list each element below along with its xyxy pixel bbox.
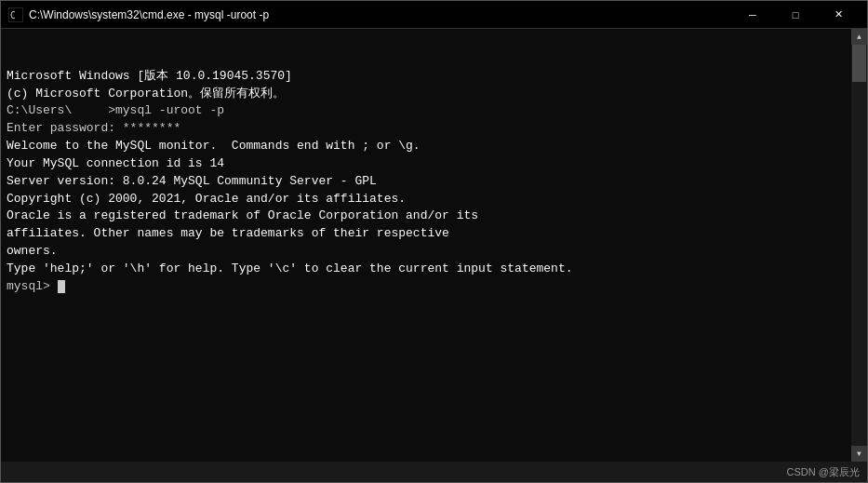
console-line: Your MySQL connection id is 14 (7, 155, 846, 173)
scrollbar[interactable]: ▲ ▼ (851, 29, 867, 462)
console-line: mysql> (7, 278, 846, 296)
console-line: (c) Microsoft Corporation。保留所有权利。 (7, 86, 846, 103)
console-line: C:\Users\ >mysql -uroot -p (7, 102, 846, 120)
minimize-button[interactable]: ─ (731, 1, 774, 29)
cursor-blink (58, 280, 65, 293)
scroll-down-arrow[interactable]: ▼ (851, 446, 867, 462)
console-line: Copyright (c) 2000, 2021, Oracle and/or … (7, 191, 846, 208)
titlebar: C C:\Windows\system32\cmd.exe - mysql -u… (1, 1, 867, 29)
cmd-icon: C (8, 7, 23, 22)
console-line: Type 'help;' or '\h' for help. Type '\c'… (7, 261, 846, 278)
scroll-track[interactable] (851, 45, 867, 446)
titlebar-controls: ─ □ ✕ (731, 1, 860, 29)
scroll-thumb[interactable] (852, 45, 866, 82)
console-output[interactable]: Microsoft Windows [版本 10.0.19045.3570](c… (1, 29, 851, 462)
bottom-bar: CSDN @梁辰光 (1, 462, 867, 482)
watermark-text: CSDN @梁辰光 (787, 465, 860, 479)
console-line: Microsoft Windows [版本 10.0.19045.3570] (7, 68, 846, 86)
svg-text:C: C (10, 10, 16, 20)
console-line: Enter password: ******** (7, 120, 846, 138)
cmd-window: C C:\Windows\system32\cmd.exe - mysql -u… (0, 0, 868, 483)
console-line: Oracle is a registered trademark of Orac… (7, 208, 846, 225)
close-button[interactable]: ✕ (817, 1, 860, 29)
console-area: Microsoft Windows [版本 10.0.19045.3570](c… (1, 29, 867, 462)
console-line: Server version: 8.0.24 MySQL Community S… (7, 173, 846, 191)
window-title: C:\Windows\system32\cmd.exe - mysql -uro… (29, 8, 269, 21)
console-line: affiliates. Other names may be trademark… (7, 225, 846, 243)
console-line: Welcome to the MySQL monitor. Commands e… (7, 138, 846, 155)
console-line: owners. (7, 243, 846, 261)
titlebar-left: C C:\Windows\system32\cmd.exe - mysql -u… (8, 7, 269, 22)
maximize-button[interactable]: □ (774, 1, 817, 29)
scroll-up-arrow[interactable]: ▲ (851, 29, 867, 45)
